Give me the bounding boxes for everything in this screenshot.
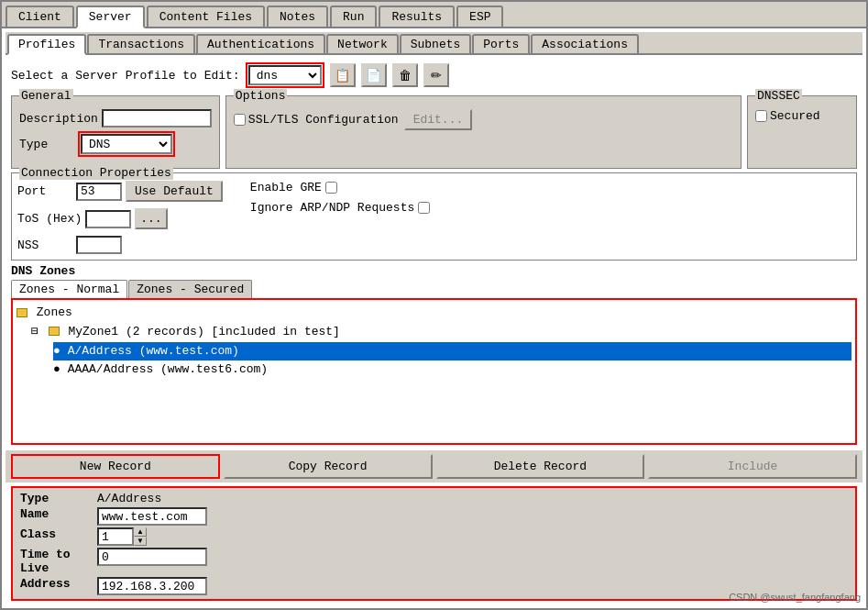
action-buttons: New Record Copy Record Delete Record Inc… <box>5 450 863 482</box>
dnssec-title: DNSSEC <box>755 89 802 103</box>
record-type-0: A/Address <box>68 344 132 358</box>
conn-inner: Port Use Default ToS (Hex) ... NSS <box>17 175 851 258</box>
sub-tab-bar: Profiles Transactions Authentications Ne… <box>5 32 863 55</box>
sub-tab-authentications[interactable]: Authentications <box>196 34 325 53</box>
general-group: General Description Type DNS HTTP FTP <box>11 95 220 169</box>
record-val-0: (www.test.com) <box>139 344 239 358</box>
sub-tab-profiles[interactable]: Profiles <box>7 34 86 55</box>
description-label: Description <box>19 112 98 126</box>
tab-content-files[interactable]: Content Files <box>147 6 265 27</box>
zone-info: (2 records) [included in test] <box>126 325 340 338</box>
tab-client[interactable]: Client <box>5 6 74 27</box>
edit-ssl-btn[interactable]: Edit... <box>404 109 473 130</box>
zone-tree[interactable]: Zones ⊟ MyZone1 (2 records) [included in… <box>11 298 857 445</box>
tab-server[interactable]: Server <box>76 6 145 28</box>
main-content: Select a Server Profile to Edit: dns 📋 📄… <box>5 59 863 604</box>
bullet-1: ● <box>53 362 60 376</box>
watermark: CSDN @swust_fangfangfang <box>729 592 861 603</box>
new-record-btn[interactable]: New Record <box>11 454 220 479</box>
options-group: Options SSL/TLS Configuration Edit... <box>225 95 742 169</box>
class-up-btn[interactable]: ▲ <box>134 527 147 537</box>
rd-ttl-label: Time to Live <box>20 548 93 575</box>
rename-profile-btn[interactable]: ✏ <box>423 63 449 87</box>
include-btn[interactable]: Include <box>648 454 857 479</box>
zone-tabs: Zones - Normal Zones - Secured <box>11 280 857 298</box>
ssl-label: SSL/TLS Configuration <box>248 113 399 127</box>
rd-name-label: Name <box>20 507 93 526</box>
description-row: Description <box>19 109 212 128</box>
port-input[interactable] <box>76 183 122 201</box>
copy-profile-btn[interactable]: 📄 <box>361 63 387 87</box>
new-profile-btn[interactable]: 📋 <box>330 63 356 87</box>
main-window: Client Server Content Files Notes Run Re… <box>0 0 868 610</box>
class-spinner-btns: ▲ ▼ <box>134 527 147 546</box>
dnssec-group: DNSSEC Secured <box>747 95 857 169</box>
tos-browse-btn[interactable]: ... <box>135 208 167 229</box>
secured-label[interactable]: Secured <box>755 109 849 123</box>
content-area: Profiles Transactions Authentications Ne… <box>2 28 866 608</box>
tos-input[interactable] <box>85 210 131 228</box>
record-item-1[interactable]: ● AAAA/Address (www.test6.com) <box>53 360 852 380</box>
dns-zones-label: DNS Zones <box>11 264 857 278</box>
profile-row: Select a Server Profile to Edit: dns 📋 📄… <box>5 59 863 92</box>
sub-tab-associations[interactable]: Associations <box>531 34 639 53</box>
dns-zones: DNS Zones Zones - Normal Zones - Secured… <box>5 264 863 447</box>
delete-record-btn[interactable]: Delete Record <box>436 454 645 479</box>
ignore-arp-checkbox[interactable] <box>418 202 430 214</box>
port-row: Port Use Default <box>17 181 223 202</box>
enable-gre-checkbox[interactable] <box>325 182 337 194</box>
copy-record-btn[interactable]: Copy Record <box>224 454 433 479</box>
rd-name-input[interactable] <box>97 507 207 526</box>
use-default-btn[interactable]: Use Default <box>126 181 223 202</box>
tab-results[interactable]: Results <box>379 6 455 27</box>
rd-class-label: Class <box>20 527 93 546</box>
type-select[interactable]: DNS HTTP FTP <box>81 134 172 154</box>
sub-tab-subnets[interactable]: Subnets <box>400 34 472 53</box>
rd-ttl-input[interactable] <box>97 548 207 566</box>
tos-label: ToS (Hex) <box>17 212 82 226</box>
secured-checkbox[interactable] <box>755 110 767 122</box>
description-input[interactable] <box>102 109 212 128</box>
ignore-arp-label[interactable]: Ignore ARP/NDP Requests <box>250 201 414 215</box>
sub-tab-network[interactable]: Network <box>326 34 399 53</box>
secured-text: Secured <box>770 109 820 123</box>
tree-root: Zones <box>16 304 852 323</box>
enable-gre-row: Enable GRE <box>250 181 430 194</box>
rd-type-value: A/Address <box>97 492 848 505</box>
zone-tab-secured[interactable]: Zones - Secured <box>128 280 252 298</box>
zone-tab-normal[interactable]: Zones - Normal <box>11 280 127 298</box>
nss-input[interactable] <box>76 236 122 254</box>
enable-gre-label[interactable]: Enable GRE <box>250 181 322 194</box>
bullet-0: ● <box>53 344 60 358</box>
tab-notes[interactable]: Notes <box>267 6 328 27</box>
general-title: General <box>19 89 73 103</box>
port-label: Port <box>17 184 72 198</box>
conn-right: Enable GRE Ignore ARP/NDP Requests <box>250 181 430 258</box>
type-label: Type <box>19 138 74 151</box>
profile-select[interactable]: dns <box>248 65 322 85</box>
rd-class-input[interactable] <box>97 527 134 546</box>
conn-title: Connection Properties <box>19 166 173 180</box>
options-title: Options <box>234 89 288 103</box>
record-item-0[interactable]: ● A/Address (www.test.com) <box>53 342 852 361</box>
rd-name-input-wrap <box>97 507 848 526</box>
tab-run[interactable]: Run <box>330 6 377 27</box>
sub-tab-ports[interactable]: Ports <box>472 34 530 53</box>
ssl-checkbox[interactable] <box>234 114 246 126</box>
sections-row: General Description Type DNS HTTP FTP <box>5 95 863 169</box>
ssl-checkbox-label[interactable]: SSL/TLS Configuration <box>234 113 399 127</box>
enable-gre-text: Enable GRE <box>250 181 322 194</box>
rd-address-input[interactable] <box>97 577 207 595</box>
ignore-arp-text: Ignore ARP/NDP Requests <box>250 201 414 215</box>
ssl-row: SSL/TLS Configuration Edit... <box>234 109 733 130</box>
delete-profile-btn[interactable]: 🗑 <box>392 63 418 87</box>
tree-zone[interactable]: ⊟ MyZone1 (2 records) [included in test] <box>31 323 852 342</box>
expand-icon: ⊟ <box>31 325 38 338</box>
tree-root-label: Zones <box>37 305 72 319</box>
tab-esp[interactable]: ESP <box>456 6 503 27</box>
top-tab-bar: Client Server Content Files Notes Run Re… <box>2 2 866 28</box>
class-down-btn[interactable]: ▼ <box>134 537 147 546</box>
record-type-1: AAAA/Address <box>68 362 154 376</box>
sub-tab-transactions[interactable]: Transactions <box>87 34 195 53</box>
ignore-arp-row: Ignore ARP/NDP Requests <box>250 201 430 215</box>
